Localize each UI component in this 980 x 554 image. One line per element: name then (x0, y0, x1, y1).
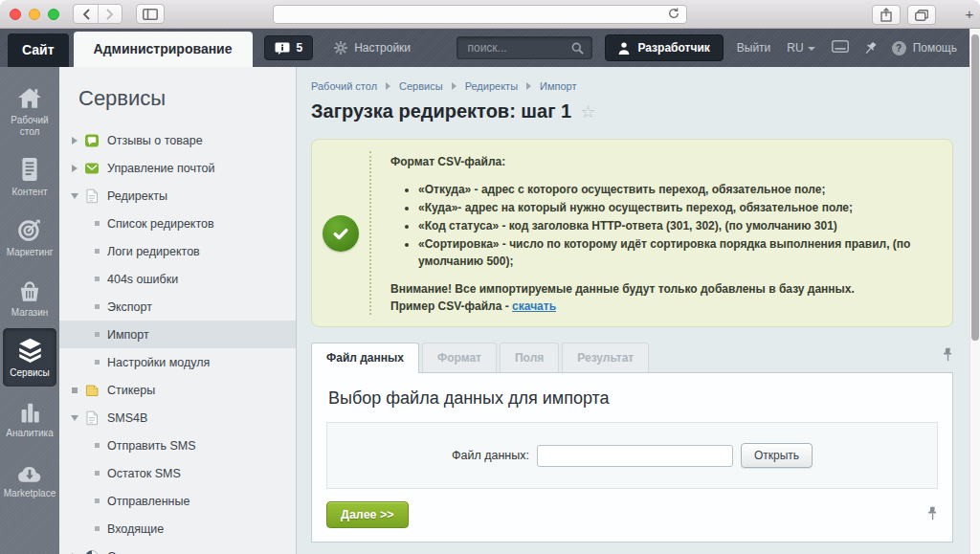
buttons-pin-button[interactable] (927, 506, 938, 524)
breadcrumb-separator-icon (526, 82, 531, 90)
dock-item-cloud[interactable]: Marketplace (0, 449, 59, 507)
address-bar[interactable] (273, 5, 687, 24)
dock-item-content[interactable]: Контент (0, 147, 59, 206)
new-tab-button[interactable]: + (961, 6, 978, 22)
form-panel: Выбор файла данных для импорта Файл данн… (311, 372, 953, 543)
developer-button[interactable]: Разработчик (605, 34, 723, 61)
logout-link[interactable]: Выйти (737, 41, 771, 55)
section-title: Выбор файла данных для импорта (312, 373, 952, 412)
dot-marker-icon (93, 221, 107, 226)
sticker-icon (84, 383, 107, 398)
search-box (457, 36, 592, 59)
breadcrumb-separator-icon (452, 82, 457, 90)
breadcrumb-link[interactable]: Редиректы (465, 80, 518, 92)
menu-item[interactable]: Логи редиректов (59, 237, 296, 265)
menu-item[interactable]: Стикеры (59, 376, 296, 404)
menu-item[interactable]: Отзывы о товаре (59, 126, 296, 154)
menu-item[interactable]: Остаток SMS (59, 459, 296, 487)
reviews-icon (84, 133, 107, 148)
tabs-icon (915, 10, 928, 21)
main-content: Рабочий столСервисыРедиректыИмпорт Загру… (297, 67, 980, 554)
menu-item-label: Настройки модуля (107, 356, 210, 369)
menu-item[interactable]: Управление почтой (59, 154, 296, 182)
share-button[interactable] (872, 5, 901, 25)
info-bullet: «Код статуса» - код заголовка HTTP-ответ… (418, 217, 933, 234)
pin-panel-button[interactable] (861, 39, 879, 57)
dock-item-home[interactable]: Рабочий стол (0, 76, 59, 145)
question-icon: ? (892, 41, 906, 55)
close-window-button[interactable] (10, 9, 21, 20)
tabs-pin-button[interactable] (943, 347, 953, 366)
info-box-icon-column (312, 151, 371, 315)
reload-icon[interactable] (668, 6, 679, 23)
favorite-star-icon[interactable]: ☆ (580, 103, 595, 121)
info-bullet: «Куда»- адрес на который нужно осуществи… (418, 199, 933, 216)
hotkeys-button[interactable] (832, 39, 849, 56)
doc-icon (84, 410, 107, 426)
notifications-badge[interactable]: 5 (264, 35, 314, 60)
menu-item-label: 404s ошибки (107, 273, 178, 286)
layers-icon (17, 336, 43, 363)
gear-icon (334, 41, 347, 55)
menu-item[interactable]: Отправленные (59, 487, 296, 515)
info-bullet: «Откуда» - адрес с которого осуществить … (418, 181, 933, 198)
tabs-row: Файл данныхФорматПоляРезультат (311, 343, 953, 372)
sidebar-toggle-button[interactable] (136, 4, 165, 24)
search-icon (571, 42, 584, 55)
dock-item-basket[interactable]: Магазин (0, 268, 59, 326)
back-button[interactable] (74, 5, 98, 23)
open-file-button[interactable]: Открыть (741, 443, 813, 468)
body-row: Рабочий столКонтентМаркетингМагазинСерви… (0, 67, 980, 554)
next-button[interactable]: Далее >> (326, 501, 409, 528)
menu-title: Сервисы (59, 82, 296, 126)
scrollbar-thumb[interactable] (971, 34, 979, 341)
file-input[interactable] (537, 445, 733, 467)
zoom-window-button[interactable] (48, 9, 59, 20)
menu-item-label: Отправленные (107, 495, 189, 508)
site-tab[interactable]: Сайт (8, 33, 69, 67)
tab-active[interactable]: Файл данных (311, 343, 419, 373)
help-button[interactable]: ? Помощь (892, 41, 957, 55)
forward-button[interactable] (98, 5, 122, 23)
menu-item[interactable]: Список редиректов (59, 210, 296, 237)
dock-item-bars[interactable]: Аналитика (0, 388, 59, 447)
admin-tab[interactable]: Администрирование (74, 32, 253, 67)
breadcrumb: Рабочий столСервисыРедиректыИмпорт (311, 80, 953, 92)
menu-item-label: Импорт (107, 328, 149, 342)
menu-item[interactable]: Редиректы (59, 182, 296, 210)
menu-item[interactable]: 404s ошибки (59, 265, 296, 293)
menu-item-label: Экспорт (107, 300, 152, 314)
menu-item-label: Входящие (107, 522, 164, 536)
dock-item-label: Контент (11, 187, 47, 198)
minimize-window-button[interactable] (29, 9, 40, 20)
scrollbar[interactable] (969, 29, 980, 554)
doc-icon (84, 188, 107, 204)
window-controls (10, 9, 59, 20)
expanded-marker-icon (65, 193, 84, 199)
menu-item[interactable]: Опросы (59, 543, 296, 554)
search-input[interactable] (465, 40, 571, 55)
breadcrumb-link[interactable]: Сервисы (399, 80, 443, 92)
pushpin-icon (861, 39, 879, 57)
menu-item[interactable]: Импорт (59, 321, 296, 348)
tab-overview-button[interactable] (907, 5, 936, 25)
menu-item[interactable]: Экспорт (59, 293, 296, 321)
dock-item-layers[interactable]: Сервисы (3, 328, 56, 387)
download-link[interactable]: скачать (512, 299, 556, 313)
menu-item-label: Опросы (107, 550, 151, 554)
chevron-down-icon (808, 47, 815, 51)
help-label: Помощь (913, 41, 957, 55)
menu-item[interactable]: Отправить SMS (59, 432, 296, 459)
dock-item-target[interactable]: Маркетинг (0, 208, 59, 266)
breadcrumb-link[interactable]: Рабочий стол (311, 80, 377, 92)
menu-item-label: Отправить SMS (107, 439, 196, 453)
sidebar-icon (143, 9, 158, 20)
mail-icon (84, 161, 107, 176)
breadcrumb-link[interactable]: Импорт (540, 80, 576, 92)
menu-item[interactable]: Входящие (59, 515, 296, 543)
menu-item[interactable]: SMS4B (59, 404, 296, 432)
menu-item-label: SMS4B (107, 411, 147, 425)
settings-button[interactable]: Настройки (334, 41, 411, 55)
language-selector[interactable]: RU (787, 41, 814, 55)
menu-item[interactable]: Настройки модуля (59, 348, 296, 376)
